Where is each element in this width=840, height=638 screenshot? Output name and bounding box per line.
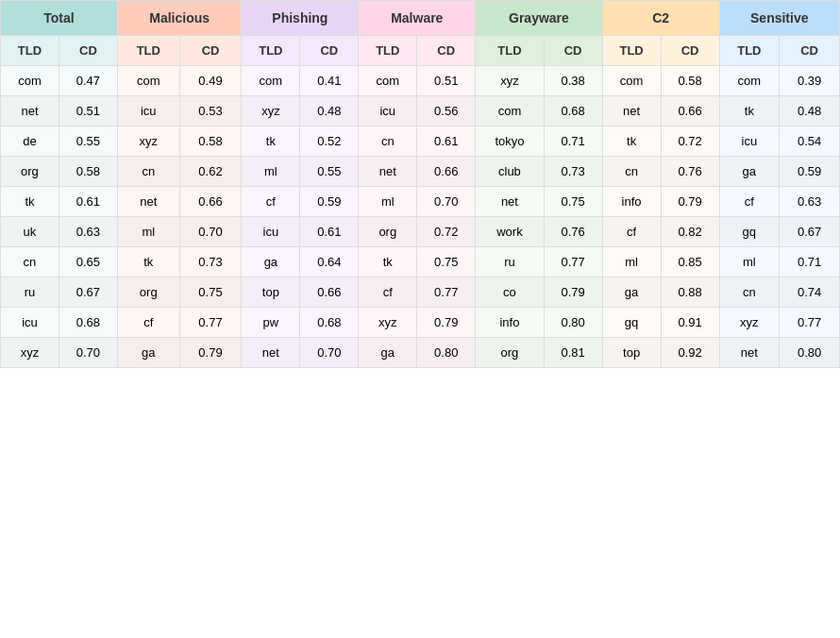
cell-r3-c8: club <box>476 157 544 187</box>
cell-r9-c12: net <box>719 338 780 368</box>
cell-r5-c11: 0.82 <box>661 217 719 247</box>
subheader-col-4: TLD <box>242 36 300 66</box>
cell-r8-c3: 0.77 <box>179 308 242 338</box>
cell-r7-c1: 0.67 <box>59 277 117 308</box>
cell-r5-c9: 0.76 <box>544 217 602 247</box>
cell-r3-c12: ga <box>719 157 780 187</box>
cell-r1-c11: 0.66 <box>661 96 719 126</box>
subheader-col-10: TLD <box>602 36 661 66</box>
cell-r5-c7: 0.72 <box>417 217 476 247</box>
cell-r9-c5: 0.70 <box>300 338 359 368</box>
cell-r2-c9: 0.71 <box>544 126 602 157</box>
cell-r7-c9: 0.79 <box>544 277 602 308</box>
group-header-total: Total <box>1 1 118 36</box>
cell-r8-c5: 0.68 <box>300 308 359 338</box>
cell-r9-c7: 0.80 <box>417 338 476 368</box>
cell-r1-c0: net <box>1 96 59 126</box>
subheader-col-3: CD <box>179 36 242 66</box>
cell-r9-c6: ga <box>359 338 417 368</box>
cell-r0-c8: xyz <box>476 66 544 96</box>
cell-r8-c13: 0.77 <box>780 308 840 338</box>
cell-r3-c2: cn <box>117 157 179 187</box>
cell-r2-c4: tk <box>242 126 300 157</box>
table-row: de0.55xyz0.58tk0.52cn0.61tokyo0.71tk0.72… <box>1 126 840 157</box>
cell-r5-c10: cf <box>602 217 661 247</box>
cell-r2-c3: 0.58 <box>179 126 242 157</box>
cell-r9-c2: ga <box>117 338 179 368</box>
cell-r4-c5: 0.59 <box>300 187 359 217</box>
cell-r6-c6: tk <box>359 247 417 277</box>
group-header-phishing: Phishing <box>242 1 359 36</box>
cell-r0-c6: com <box>359 66 417 96</box>
cell-r6-c5: 0.64 <box>300 247 359 277</box>
cell-r3-c6: net <box>359 157 417 187</box>
cell-r0-c1: 0.47 <box>59 66 117 96</box>
cell-r0-c5: 0.41 <box>300 66 359 96</box>
cell-r0-c4: com <box>242 66 300 96</box>
cell-r8-c11: 0.91 <box>661 308 719 338</box>
cell-r3-c3: 0.62 <box>179 157 242 187</box>
subheader-row: TLDCDTLDCDTLDCDTLDCDTLDCDTLDCDTLDCD <box>1 36 840 66</box>
cell-r1-c9: 0.68 <box>544 96 602 126</box>
cell-r2-c13: 0.54 <box>780 126 840 157</box>
cell-r9-c13: 0.80 <box>780 338 840 368</box>
cell-r4-c2: net <box>117 187 179 217</box>
cell-r1-c6: icu <box>359 96 417 126</box>
cell-r0-c0: com <box>1 66 59 96</box>
cell-r6-c10: ml <box>602 247 661 277</box>
subheader-col-2: TLD <box>117 36 179 66</box>
table-row: cn0.65tk0.73ga0.64tk0.75ru0.77ml0.85ml0.… <box>1 247 840 277</box>
cell-r4-c9: 0.75 <box>544 187 602 217</box>
subheader-col-9: CD <box>544 36 602 66</box>
cell-r2-c1: 0.55 <box>59 126 117 157</box>
cell-r7-c2: org <box>117 277 179 308</box>
cell-r6-c11: 0.85 <box>661 247 719 277</box>
cell-r4-c12: cf <box>719 187 780 217</box>
cell-r0-c13: 0.39 <box>780 66 840 96</box>
cell-r5-c0: uk <box>1 217 59 247</box>
cell-r2-c0: de <box>1 126 59 157</box>
cell-r2-c6: cn <box>359 126 417 157</box>
cell-r8-c9: 0.80 <box>544 308 602 338</box>
cell-r5-c4: icu <box>242 217 300 247</box>
cell-r0-c7: 0.51 <box>417 66 476 96</box>
cell-r5-c5: 0.61 <box>300 217 359 247</box>
cell-r2-c8: tokyo <box>476 126 544 157</box>
subheader-col-7: CD <box>417 36 476 66</box>
cell-r8-c8: info <box>476 308 544 338</box>
cell-r9-c3: 0.79 <box>179 338 242 368</box>
cell-r0-c10: com <box>602 66 661 96</box>
cell-r4-c1: 0.61 <box>59 187 117 217</box>
cell-r9-c0: xyz <box>1 338 59 368</box>
cell-r9-c1: 0.70 <box>59 338 117 368</box>
cell-r6-c8: ru <box>476 247 544 277</box>
cell-r5-c13: 0.67 <box>780 217 840 247</box>
cell-r4-c7: 0.70 <box>417 187 476 217</box>
cell-r2-c2: xyz <box>117 126 179 157</box>
cell-r8-c2: cf <box>117 308 179 338</box>
table-row: com0.47com0.49com0.41com0.51xyz0.38com0.… <box>1 66 840 96</box>
cell-r5-c6: org <box>359 217 417 247</box>
cell-r2-c11: 0.72 <box>661 126 719 157</box>
data-table-body: com0.47com0.49com0.41com0.51xyz0.38com0.… <box>1 66 840 368</box>
cell-r6-c9: 0.77 <box>544 247 602 277</box>
cell-r7-c11: 0.88 <box>661 277 719 308</box>
cell-r7-c3: 0.75 <box>179 277 242 308</box>
cell-r2-c10: tk <box>602 126 661 157</box>
table-row: xyz0.70ga0.79net0.70ga0.80org0.81top0.92… <box>1 338 840 368</box>
cell-r4-c0: tk <box>1 187 59 217</box>
cell-r2-c7: 0.61 <box>417 126 476 157</box>
group-header-row: TotalMaliciousPhishingMalwareGraywareC2S… <box>1 1 840 36</box>
cell-r3-c1: 0.58 <box>59 157 117 187</box>
group-header-malware: Malware <box>359 1 476 36</box>
table-row: tk0.61net0.66cf0.59ml0.70net0.75info0.79… <box>1 187 840 217</box>
cell-r2-c12: icu <box>719 126 780 157</box>
cell-r7-c0: ru <box>1 277 59 308</box>
cell-r6-c7: 0.75 <box>417 247 476 277</box>
cell-r8-c4: pw <box>242 308 300 338</box>
cell-r1-c5: 0.48 <box>300 96 359 126</box>
cell-r1-c1: 0.51 <box>59 96 117 126</box>
cell-r4-c4: cf <box>242 187 300 217</box>
table-row: uk0.63ml0.70icu0.61org0.72work0.76cf0.82… <box>1 217 840 247</box>
cell-r4-c3: 0.66 <box>179 187 242 217</box>
